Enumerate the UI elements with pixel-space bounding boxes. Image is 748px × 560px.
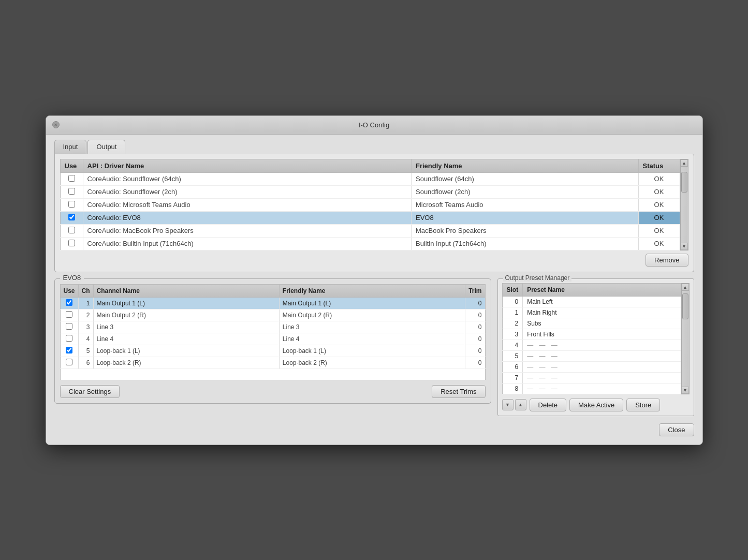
ch-trim-cell: 0	[465, 309, 485, 321]
reset-trims-button[interactable]: Reset Trims	[432, 385, 485, 398]
device-table-scrollbar[interactable]: ▲ ▼	[680, 159, 688, 250]
scroll-up-arrow[interactable]: ▲	[681, 159, 688, 167]
preset-table-row[interactable]: 7— — —	[502, 372, 681, 383]
col-friendly: Friendly Name	[411, 159, 638, 172]
scroll-down-arrow[interactable]: ▼	[681, 243, 688, 250]
device-use-cell	[60, 237, 83, 250]
remove-row: Remove	[60, 254, 688, 267]
device-table-row[interactable]: CoreAudio: Builtin Input (71ch64ch)Built…	[60, 237, 680, 250]
tab-output[interactable]: Output	[87, 140, 125, 154]
ch-use-cell	[60, 357, 78, 369]
device-use-checkbox[interactable]	[68, 201, 75, 208]
preset-slot-cell: 5	[502, 350, 523, 361]
channel-table-row[interactable]: 4Line 4Line 40	[60, 333, 485, 345]
preset-table-row[interactable]: 0Main Left	[502, 296, 681, 307]
channel-table: Use Ch Channel Name Friendly Name Trim 1…	[60, 284, 486, 369]
col-channel-name: Channel Name	[93, 284, 279, 297]
scroll-thumb[interactable]	[681, 172, 687, 193]
device-status-cell: OK	[638, 185, 680, 198]
device-api-cell: CoreAudio: Soundflower (2ch)	[83, 185, 411, 198]
preset-table-row[interactable]: 8— — —	[502, 383, 681, 394]
device-friendly-cell: MacBook Pro Speakers	[411, 224, 638, 237]
ch-use-checkbox[interactable]	[66, 347, 72, 353]
device-table-row[interactable]: CoreAudio: Soundflower (2ch)Soundflower …	[60, 185, 680, 198]
clear-settings-button[interactable]: Clear Settings	[60, 385, 120, 398]
close-button-titlebar[interactable]	[52, 121, 60, 128]
channel-table-container: Use Ch Channel Name Friendly Name Trim 1…	[60, 284, 486, 380]
preset-name-cell: Subs	[523, 318, 681, 329]
device-friendly-cell: EVO8	[411, 211, 638, 224]
device-table-row[interactable]: CoreAudio: Microsoft Teams AudioMicrosof…	[60, 198, 680, 211]
preset-table-container: Slot Preset Name 0Main Left1Main Right2S…	[502, 283, 690, 394]
preset-table-scroll: Slot Preset Name 0Main Left1Main Right2S…	[502, 283, 681, 394]
ch-trim-cell: 0	[465, 321, 485, 333]
ch-friendly-cell: Main Output 2 (R)	[279, 309, 465, 321]
device-use-checkbox[interactable]	[68, 188, 75, 195]
device-api-cell: CoreAudio: Soundflower (64ch)	[83, 172, 411, 185]
device-friendly-cell: Soundflower (2ch)	[411, 185, 638, 198]
main-window: I-O Config Input Output Use API	[46, 115, 703, 445]
channel-table-row[interactable]: 1Main Output 1 (L)Main Output 1 (L)0	[60, 297, 485, 309]
device-use-cell	[60, 172, 83, 185]
ch-use-checkbox[interactable]	[66, 323, 72, 330]
tab-input[interactable]: Input	[54, 140, 87, 154]
preset-slot-cell: 8	[502, 383, 523, 394]
device-api-cell: CoreAudio: Builtin Input (71ch64ch)	[83, 237, 411, 250]
ch-use-checkbox[interactable]	[66, 311, 72, 318]
device-table-row[interactable]: CoreAudio: MacBook Pro SpeakersMacBook P…	[60, 224, 680, 237]
device-use-checkbox[interactable]	[68, 240, 75, 246]
preset-table-row[interactable]: 3Front Fills	[502, 329, 681, 340]
tab-bar: Input Output	[54, 140, 694, 154]
preset-scroll-thumb[interactable]	[682, 293, 688, 319]
preset-table-row[interactable]: 6— — —	[502, 361, 681, 372]
remove-button[interactable]: Remove	[646, 254, 688, 267]
store-button[interactable]: Store	[626, 399, 660, 411]
device-table-row[interactable]: CoreAudio: EVO8EVO8OK	[60, 211, 680, 224]
make-active-button[interactable]: Make Active	[569, 399, 623, 411]
col-status: Status	[638, 159, 680, 172]
device-status-cell: OK	[638, 237, 680, 250]
ch-num-cell: 4	[78, 333, 93, 345]
device-status-cell: OK	[638, 224, 680, 237]
preset-nav-up[interactable]: ▲	[515, 399, 526, 410]
channel-table-row[interactable]: 6Loop-back 2 (R)Loop-back 2 (R)0	[60, 357, 485, 369]
channel-table-row[interactable]: 5Loop-back 1 (L)Loop-back 1 (L)0	[60, 345, 485, 357]
evo8-footer: Clear Settings Reset Trims	[60, 385, 486, 398]
window-title: I-O Config	[359, 121, 389, 129]
preset-table-row[interactable]: 1Main Right	[502, 307, 681, 318]
device-use-checkbox[interactable]	[68, 175, 75, 182]
close-button[interactable]: Close	[659, 423, 694, 436]
device-status-cell: OK	[638, 211, 680, 224]
preset-table-header: Slot Preset Name	[502, 283, 681, 296]
ch-use-checkbox[interactable]	[66, 299, 72, 306]
device-use-checkbox[interactable]	[68, 227, 75, 233]
channel-table-row[interactable]: 3Line 3Line 30	[60, 321, 485, 333]
ch-use-checkbox[interactable]	[66, 359, 72, 365]
ch-use-checkbox[interactable]	[66, 335, 72, 342]
preset-scroll-down[interactable]: ▼	[682, 387, 689, 394]
preset-table-row[interactable]: 5— — —	[502, 350, 681, 361]
ch-trim-cell: 0	[465, 357, 485, 369]
ch-use-cell	[60, 297, 78, 309]
ch-use-cell	[60, 309, 78, 321]
preset-slot-cell: 3	[502, 329, 523, 340]
channel-table-row[interactable]: 2Main Output 2 (R)Main Output 2 (R)0	[60, 309, 485, 321]
preset-nav-down[interactable]: ▼	[502, 399, 514, 410]
ch-use-cell	[60, 345, 78, 357]
evo8-group: EVO8 Use Ch Channel Name Friendly Name T…	[54, 278, 491, 404]
col-trim: Trim	[465, 284, 485, 297]
preset-scroll-up[interactable]: ▲	[682, 284, 689, 291]
device-table-row[interactable]: CoreAudio: Soundflower (64ch)Soundflower…	[60, 172, 680, 185]
ch-num-cell: 5	[78, 345, 93, 357]
ch-trim-cell: 0	[465, 333, 485, 345]
ch-use-cell	[60, 321, 78, 333]
delete-button[interactable]: Delete	[530, 399, 567, 411]
ch-name-cell: Loop-back 1 (L)	[93, 345, 279, 357]
preset-table-row[interactable]: 4— — —	[502, 340, 681, 350]
preset-scrollbar[interactable]: ▲ ▼	[681, 283, 690, 394]
device-table-container: Use API : Driver Name Friendly Name Stat…	[60, 159, 688, 250]
channel-table-scroll: Use Ch Channel Name Friendly Name Trim 1…	[60, 284, 486, 380]
preset-table-row[interactable]: 2Subs	[502, 318, 681, 329]
ch-name-cell: Main Output 1 (L)	[93, 297, 279, 309]
device-use-checkbox[interactable]	[68, 214, 75, 220]
